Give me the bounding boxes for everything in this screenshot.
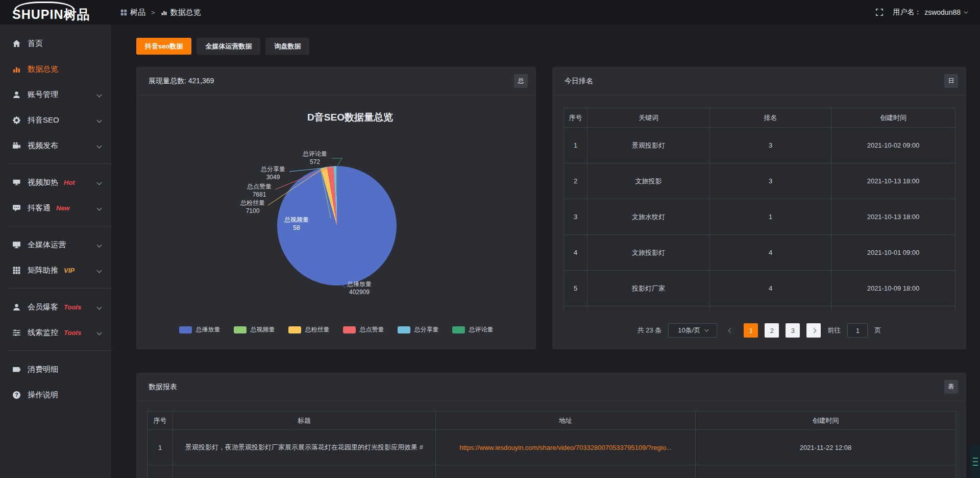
sidebar-item-video-heat[interactable]: 视频加热 Hot — [0, 170, 111, 195]
user-menu[interactable]: 用户名：zswodun88 — [893, 8, 967, 17]
dashboard-page: SHUPIN树品 树品 > 数据总览 用户名：zswodun88 首 — [0, 0, 980, 478]
floating-widget[interactable] — [971, 445, 980, 478]
goto-unit: 页 — [874, 326, 881, 335]
goto-page-input[interactable] — [847, 323, 868, 338]
pie-label-comments: 总评论量 572 — [293, 150, 336, 166]
sidebar-item-member-baoke[interactable]: 会员爆客 Tools — [0, 294, 111, 320]
chevron-down-icon — [97, 117, 102, 123]
pie-label-shares: 总分享量 3049 — [252, 165, 295, 181]
tab-inquiry-data[interactable]: 询盘数据 — [265, 38, 309, 55]
chevron-left-icon — [728, 328, 733, 333]
pie-label-videos: 总视频量 58 — [275, 216, 318, 232]
tab-douyin-seo-data[interactable]: 抖音seo数据 — [136, 38, 191, 55]
sidebar-item-lead-monitor[interactable]: 线索监控 Tools — [0, 320, 111, 345]
panel-title: 今日排名 — [565, 77, 593, 86]
legend-swatch — [343, 326, 356, 333]
chevron-down-icon — [97, 304, 102, 309]
sidebar-divider — [8, 163, 111, 164]
page-button-3[interactable]: 3 — [786, 323, 800, 338]
panel-title: 数据报表 — [149, 383, 177, 392]
app-logo: SHUPIN树品 — [0, 0, 111, 25]
legend-swatch — [398, 326, 410, 333]
sidebar-item-matrix-boost[interactable]: 矩阵助推 VIP — [0, 257, 111, 283]
sidebar-item-home[interactable]: 首页 — [0, 31, 111, 56]
page-size-select[interactable]: 10条/页 — [668, 323, 717, 338]
table-row: 2 文旅投影 3 2021-10-13 18:00 — [564, 163, 955, 199]
breadcrumb: 树品 > 数据总览 — [120, 8, 201, 17]
header-right: 用户名：zswodun88 — [875, 8, 980, 17]
sidebar-item-douketong[interactable]: 抖客通 New — [0, 195, 111, 221]
legend-item-likes[interactable]: 总点赞量 — [343, 325, 384, 334]
legend-item-videos[interactable]: 总视频量 — [234, 325, 275, 334]
sliders-icon — [12, 328, 21, 337]
tab-media-ops-data[interactable]: 全媒体运营数据 — [197, 38, 260, 55]
report-table: 序号 标题 地址 创建时间 1 景观投影灯，夜游景观投影灯厂家展示展示落花灯在花… — [147, 411, 956, 478]
chart-title: D音SEO数据量总览 — [307, 111, 393, 124]
sidebar-item-consumption[interactable]: 消费明细 — [0, 356, 111, 382]
chevron-right-icon — [811, 328, 816, 333]
ranking-table: 序号 关键词 排名 创建时间 1 景观投影灯 3 2021-10-02 09:0… — [564, 108, 955, 311]
sidebar-divider — [8, 288, 111, 289]
legend-swatch — [288, 326, 301, 333]
logo-cn: 树品 — [63, 7, 90, 21]
sidebar-item-douyin-seo[interactable]: 抖音SEO — [0, 107, 111, 133]
table-row-partial — [564, 306, 955, 312]
chevron-down-icon — [97, 180, 102, 185]
next-page-button[interactable] — [806, 323, 821, 338]
top-header: SHUPIN树品 树品 > 数据总览 用户名：zswodun88 — [0, 0, 980, 25]
sidebar-divider — [8, 226, 111, 226]
sidebar-item-instructions[interactable]: ? 操作说明 — [0, 382, 111, 408]
gear-icon — [12, 116, 21, 125]
chevron-down-icon — [97, 92, 102, 97]
video-camera-icon — [12, 141, 21, 150]
tools-badge: Tools — [64, 303, 81, 311]
grid-icon — [12, 266, 21, 275]
table-row: 5 投影灯厂家 4 2021-10-09 18:00 — [564, 271, 955, 306]
table-header-row: 序号 关键词 排名 创建时间 — [564, 108, 955, 128]
today-ranking-panel: 今日排名 日 序号 关键词 排名 创建时间 1 景观投影灯 3 2021-10-… — [552, 67, 966, 349]
legend-item-plays[interactable]: 总播放量 — [179, 325, 220, 334]
logo-text: SHUPIN树品 — [12, 6, 90, 23]
seo-chart-panel: 展现量总数: 421,369 总 D音SEO数据量总览 总评论量 572 总分享… — [136, 67, 536, 349]
legend-item-comments[interactable]: 总评论量 — [452, 325, 494, 334]
fullscreen-icon[interactable] — [875, 8, 884, 16]
video-link[interactable]: https://www.iesdouyin.com/share/video/70… — [459, 444, 672, 451]
table-view-button[interactable]: 表 — [944, 380, 958, 394]
chevron-down-icon — [97, 205, 102, 210]
hot-badge: Hot — [64, 179, 75, 186]
sidebar-item-account[interactable]: 账号管理 — [0, 82, 111, 107]
pie-label-plays: 总播放量 402909 — [338, 280, 381, 296]
home-icon — [12, 39, 21, 48]
logo-en: SHUPIN — [12, 7, 63, 21]
pagination: 共 23 条 10条/页 1 2 3 前往 页 — [552, 322, 966, 339]
page-button-1[interactable]: 1 — [744, 323, 758, 338]
summary-text: 展现量总数: 421,369 — [149, 77, 214, 86]
page-button-2[interactable]: 2 — [765, 323, 779, 338]
sidebar-item-media-ops[interactable]: 全媒体运营 — [0, 232, 111, 257]
table-row: 3 文旅水纹灯 1 2021-10-13 18:00 — [564, 199, 955, 235]
total-view-button[interactable]: 总 — [514, 74, 528, 88]
pie-label-likes: 总点赞量 7681 — [238, 182, 281, 199]
username: zswodun88 — [924, 8, 961, 16]
bar-chart-icon — [161, 9, 167, 16]
wallet-icon — [12, 365, 21, 374]
legend-swatch — [179, 326, 192, 333]
sidebar-divider — [8, 350, 111, 351]
sidebar-item-video-publish[interactable]: 视频发布 — [0, 133, 111, 158]
legend-item-fans[interactable]: 总粉丝量 — [288, 325, 330, 334]
summary-value: 421,369 — [188, 77, 214, 85]
day-view-button[interactable]: 日 — [944, 74, 958, 88]
table-header-row: 序号 标题 地址 创建时间 — [148, 412, 956, 430]
pie-label-fans: 总粉丝量 7100 — [231, 199, 274, 215]
sidebar-item-data-overview[interactable]: 数据总览 — [0, 56, 111, 82]
grid-icon — [120, 9, 127, 16]
prev-page-button[interactable] — [724, 329, 737, 332]
question-circle-icon: ? — [12, 391, 21, 399]
chevron-down-icon — [964, 9, 968, 13]
chart-legend: 总播放量 总视频量 总粉丝量 总点赞量 总分享量 总评论量 — [136, 325, 536, 334]
goto-label: 前往 — [827, 326, 841, 335]
pagination-total: 共 23 条 — [638, 326, 662, 335]
breadcrumb-root[interactable]: 树品 — [120, 8, 145, 17]
legend-item-shares[interactable]: 总分享量 — [398, 325, 439, 334]
chevron-down-icon — [705, 327, 709, 331]
